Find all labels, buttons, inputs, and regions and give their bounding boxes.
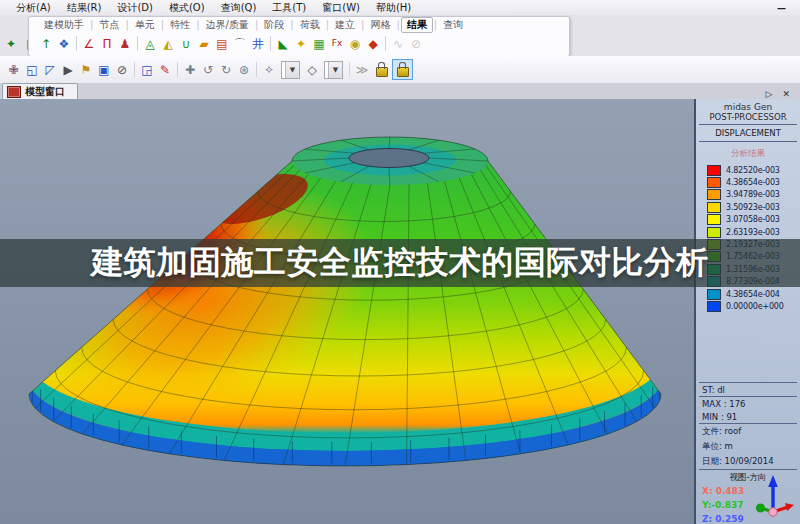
support-reaction-icon[interactable]: ∠ <box>80 35 98 53</box>
beam-force-icon[interactable]: ◭ <box>159 35 177 53</box>
legend-row-0: 4.82520e-003 <box>707 164 800 176</box>
truss-grid-icon[interactable]: 井 <box>249 35 267 53</box>
file-name-label: 文件: roof <box>696 424 800 439</box>
named-view-icon[interactable]: ✧ <box>260 61 278 79</box>
rotate-right-icon[interactable]: ↻ <box>217 61 235 79</box>
legend-swatch <box>707 227 721 238</box>
auto-fit-icon[interactable]: ≫ <box>353 61 371 79</box>
menu-item-0[interactable]: 分析(A) <box>8 1 59 15</box>
legend-swatch <box>707 177 721 188</box>
window-buttons: ▷ ✕ <box>766 89 790 99</box>
probe-result-icon[interactable]: ⊘ <box>407 35 425 53</box>
expand-panel-icon[interactable]: ▷ <box>766 89 773 99</box>
datum-plumb-icon[interactable]: ✙ <box>5 61 23 79</box>
named-plane-combo[interactable]: ▼ <box>281 61 300 79</box>
tab-separator: | <box>396 19 399 30</box>
title-banner: 建筑加固施工安全监控技术的国际对比分析 <box>0 239 800 287</box>
date-label: 日期: 10/09/2014 <box>696 454 800 469</box>
tab-separator: | <box>361 19 364 30</box>
menu-item-3[interactable]: 模式(O) <box>161 1 213 15</box>
legend-value: 3.07058e-003 <box>726 215 780 224</box>
model-window-tab-label: 模型窗口 <box>25 85 65 99</box>
toolbar-separator <box>256 62 257 77</box>
frame-deform-icon[interactable]: Π <box>98 35 116 53</box>
ribbon-tab-3[interactable]: 特性 <box>165 18 195 32</box>
legend-swatch <box>707 189 721 200</box>
menu-item-6[interactable]: 窗口(W) <box>314 1 368 15</box>
ribbon-panel: 建模助手|节点|单元|特性|边界/质量|阶段|荷载|建立|网格|结果|查询 ↑❖… <box>28 16 570 57</box>
menu-item-7[interactable]: 帮助(H) <box>368 1 419 15</box>
menu-item-5[interactable]: 工具(T) <box>264 1 314 15</box>
unlock-icon-glyph <box>376 67 388 77</box>
legend-row-1: 4.38654e-003 <box>707 176 800 188</box>
max-node-label: MAX : 176 <box>696 397 800 410</box>
toolbar-separator <box>349 62 350 77</box>
reaction-forces-icon[interactable]: ↑ <box>37 35 55 53</box>
strain-energy-icon[interactable]: ✦ <box>292 35 310 53</box>
select-plane-icon[interactable]: ▣ <box>95 61 113 79</box>
rotate-left-icon[interactable]: ↺ <box>199 61 217 79</box>
legend-row-10: 4.38654e-004 <box>707 288 800 300</box>
ribbon-tab-10[interactable]: 查询 <box>438 18 468 32</box>
tree-menu-icon[interactable]: ✦ <box>2 35 20 53</box>
legend-swatch <box>707 202 721 213</box>
fx-result-icon[interactable]: Fx <box>328 35 346 53</box>
tab-separator: | <box>326 19 329 30</box>
select-flag-icon[interactable]: ⚑ <box>77 61 95 79</box>
pan-view-icon[interactable]: ✚ <box>181 61 199 79</box>
deformed-shape-icon[interactable]: ❖ <box>55 35 73 53</box>
rotate-ball-icon[interactable]: ⊛ <box>235 61 253 79</box>
influence-line-icon[interactable]: ∿ <box>389 35 407 53</box>
ribbon-tab-4[interactable]: 边界/质量 <box>201 18 254 32</box>
moment-arc-icon[interactable]: ⌒ <box>231 35 249 53</box>
unselect-arrow-icon[interactable]: ▶ <box>59 61 77 79</box>
view-point-combo[interactable]: ▼ <box>324 61 343 79</box>
solid-stress-icon[interactable]: ◣ <box>274 35 292 53</box>
select-polygon-icon[interactable]: ◸ <box>41 61 59 79</box>
select-window-icon[interactable]: ◱ <box>23 61 41 79</box>
plate-stress-icon[interactable]: ▤ <box>213 35 231 53</box>
frame-animate-icon[interactable]: ♟ <box>116 35 134 53</box>
menu-item-1[interactable]: 结果(R) <box>59 1 110 15</box>
legend-value: 0.00000e+000 <box>726 302 784 311</box>
tab-separator: | <box>255 19 258 30</box>
ribbon-tab-9[interactable]: 结果 <box>401 17 433 33</box>
annotate-pen-icon[interactable]: ✎ <box>156 61 174 79</box>
dropdown-arrow-icon[interactable]: ▼ <box>328 62 342 78</box>
ribbon-tab-strip: 建模助手|节点|单元|特性|边界/质量|阶段|荷载|建立|网格|结果|查询 <box>29 17 569 32</box>
zoom-window-icon[interactable]: ◲ <box>138 61 156 79</box>
banner-text: 建筑加固施工安全监控技术的国际对比分析 <box>91 241 709 285</box>
ribbon-tab-5[interactable]: 阶段 <box>259 18 289 32</box>
ribbon-tab-8[interactable]: 网格 <box>365 18 395 32</box>
model-viewport[interactable] <box>0 99 694 524</box>
active-plane-icon[interactable]: ◇ <box>303 61 321 79</box>
plate-force-icon[interactable]: ▰ <box>195 35 213 53</box>
view-toolbar: ✙◱◸▶⚑▣⊘◲✎✚↺↻⊛✧▼◇▼≫ <box>0 56 800 84</box>
ribbon-tab-6[interactable]: 荷载 <box>295 18 325 32</box>
toolbar-separator <box>76 36 77 51</box>
tab-separator: | <box>290 19 293 30</box>
model-window-tab[interactable]: 模型窗口 <box>2 83 78 99</box>
ribbon-tab-7[interactable]: 建立 <box>330 18 360 32</box>
layer-result-icon[interactable]: ▦ <box>310 35 328 53</box>
menu-item-2[interactable]: 设计(D) <box>109 1 161 15</box>
dropdown-arrow-icon[interactable]: ▼ <box>285 62 299 78</box>
truss-force-icon[interactable]: ◬ <box>141 35 159 53</box>
mode-shape-icon[interactable]: ◉ <box>346 35 364 53</box>
result-toolbar: ↑❖∠Π♟◬◭∪▰▤⌒井◣✦▦Fx◉◆∿⊘ <box>29 32 569 55</box>
legend-value: 4.82520e-003 <box>726 166 780 175</box>
toolbar-separator <box>177 62 178 77</box>
select-circle-icon[interactable]: ⊘ <box>113 61 131 79</box>
beam-diagram-icon[interactable]: ∪ <box>177 35 195 53</box>
ribbon-tab-1[interactable]: 节点 <box>94 18 124 32</box>
ribbon-area: ✦▤ 建模助手|节点|单元|特性|边界/质量|阶段|荷载|建立|网格|结果|查询… <box>0 15 800 56</box>
close-window-icon[interactable]: ✕ <box>782 89 790 99</box>
unlock-icon[interactable] <box>371 59 392 80</box>
legend-value: 2.63193e-003 <box>726 228 780 237</box>
menu-item-4[interactable]: 查询(Q) <box>213 1 265 15</box>
minimize-icon[interactable]: — <box>777 3 786 13</box>
solid-cut-icon[interactable]: ◆ <box>364 35 382 53</box>
ribbon-tab-2[interactable]: 单元 <box>130 18 160 32</box>
lock-icon[interactable] <box>392 59 413 80</box>
ribbon-tab-0[interactable]: 建模助手 <box>39 18 89 32</box>
